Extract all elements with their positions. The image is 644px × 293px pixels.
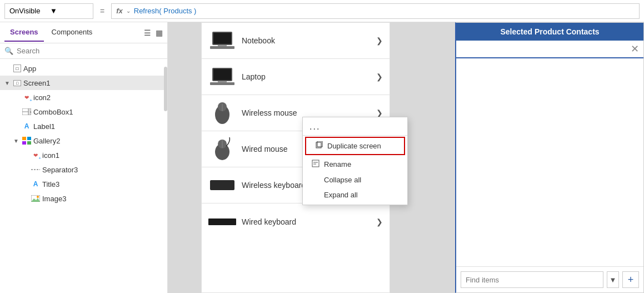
- tree-item-icon2[interactable]: ❤ + icon2: [0, 90, 167, 105]
- collapse-all-item[interactable]: Collapse all: [303, 172, 407, 187]
- expand-all-item[interactable]: Expand all: [303, 187, 407, 202]
- laptop-chevron-icon: ❯: [376, 72, 383, 81]
- sidebar-tab-icons: ☰ ▦: [144, 28, 163, 37]
- sidebar: Screens Components ☰ ▦ 🔍 □ App ▼ □ Scree…: [0, 22, 168, 293]
- svg-rect-5: [27, 137, 31, 140]
- app-label: App: [23, 64, 36, 73]
- label-icon: A: [22, 122, 31, 131]
- product-item-notebook[interactable]: Notebook ❯: [202, 23, 390, 59]
- rename-label: Rename: [324, 160, 351, 168]
- contacts-panel: Selected Product Contacts ✕ ▼ +: [455, 22, 644, 293]
- find-items-input[interactable]: [461, 271, 603, 288]
- collapse-all-label: Collapse all: [324, 176, 361, 184]
- notebook-name: Notebook: [242, 36, 371, 45]
- icon1-label: icon1: [42, 151, 59, 160]
- context-menu-divider-top: [303, 135, 407, 136]
- svg-rect-13: [213, 33, 231, 44]
- rename-icon: [312, 160, 319, 169]
- screen-icon: □: [13, 80, 21, 86]
- svg-rect-7: [27, 141, 31, 145]
- fx-chevron-icon: ⌄: [126, 8, 131, 14]
- laptop-name: Laptop: [242, 72, 371, 81]
- tree-item-title3[interactable]: A Title3: [0, 177, 167, 191]
- contacts-header: Selected Product Contacts: [456, 23, 643, 41]
- image3-label: Image3: [42, 195, 66, 203]
- svg-rect-4: [22, 137, 26, 140]
- svg-rect-14: [210, 46, 234, 49]
- notebook-chevron-icon: ❯: [376, 36, 383, 45]
- screen1-label: Screen1: [23, 79, 50, 87]
- app-icon: □: [13, 64, 21, 72]
- product-item-laptop[interactable]: Laptop ❯: [202, 59, 390, 95]
- image3-icon: [31, 194, 40, 203]
- top-bar: OnVisible ▼ = fx ⌄ Refresh( Products ): [0, 0, 644, 22]
- wired-keyboard-image: [208, 211, 236, 233]
- wireless-mouse-name: Wireless mouse: [242, 108, 371, 117]
- icon2-icon: ❤ +: [22, 93, 31, 102]
- formula-text: Refresh( Products ): [134, 7, 197, 15]
- tree-item-combobox1[interactable]: ▼ ComboBox1: [0, 105, 167, 119]
- svg-rect-6: [22, 141, 26, 145]
- search-bar: 🔍: [0, 43, 167, 59]
- separator3-label: Separator3: [42, 166, 78, 174]
- contacts-close-button[interactable]: ✕: [631, 43, 639, 55]
- tree-item-screen1[interactable]: ▼ □ Screen1: [0, 76, 167, 90]
- wired-keyboard-chevron-icon: ❯: [376, 217, 383, 226]
- tree-item-gallery2[interactable]: ▼ Gallery2: [0, 133, 167, 148]
- svg-rect-19: [218, 81, 227, 82]
- tree-item-app[interactable]: □ App: [0, 61, 167, 76]
- event-dropdown[interactable]: OnVisible ▼: [4, 3, 93, 19]
- sidebar-tabs: Screens Components ☰ ▦: [0, 22, 167, 43]
- tree-area: □ App ▼ □ Screen1 ❤ + icon2: [0, 59, 167, 293]
- context-menu-dots: ...: [303, 120, 407, 134]
- combobox1-label: ComboBox1: [33, 108, 73, 116]
- tree-item-icon1[interactable]: ❤ + icon1: [0, 148, 167, 162]
- svg-rect-28: [312, 160, 319, 167]
- tree-item-label1[interactable]: A Label1: [0, 119, 167, 133]
- screen1-expand-icon: ▼: [4, 80, 11, 86]
- context-menu: ... Duplicate screen: [302, 117, 408, 205]
- add-button[interactable]: +: [622, 271, 639, 288]
- duplicate-screen-label: Duplicate screen: [327, 142, 381, 150]
- wired-mouse-image: [208, 138, 236, 160]
- svg-rect-17: [213, 69, 231, 80]
- tree-item-image3[interactable]: Image3: [0, 191, 167, 206]
- canvas-area: Notebook ❯ Laptop ❯: [168, 22, 644, 293]
- contacts-close-row: ✕: [456, 41, 643, 58]
- gallery-icon: [22, 136, 31, 145]
- main-layout: Screens Components ☰ ▦ 🔍 □ App ▼ □ Scree…: [0, 22, 644, 293]
- expand-all-label: Expand all: [324, 191, 358, 199]
- search-icon: 🔍: [4, 47, 13, 55]
- gallery2-label: Gallery2: [33, 137, 60, 145]
- product-item-wired-keyboard[interactable]: Wired keyboard ❯: [202, 203, 390, 240]
- icon1-icon: ❤ +: [31, 151, 40, 160]
- wireless-mouse-image: [208, 102, 236, 124]
- svg-text:▼: ▼: [29, 111, 31, 114]
- search-input[interactable]: [17, 47, 163, 55]
- tab-components[interactable]: Components: [46, 23, 98, 42]
- list-view-icon[interactable]: ☰: [144, 28, 151, 37]
- notebook-image: [208, 29, 236, 52]
- wireless-mouse-chevron-icon: ❯: [376, 108, 383, 117]
- grid-view-icon[interactable]: ▦: [156, 28, 163, 37]
- formula-bar[interactable]: fx ⌄ Refresh( Products ): [111, 3, 640, 19]
- svg-rect-18: [210, 82, 234, 85]
- contacts-body: [456, 58, 643, 247]
- duplicate-screen-item[interactable]: Duplicate screen: [305, 137, 405, 155]
- equals-sign: =: [98, 7, 107, 16]
- icon2-label: icon2: [33, 93, 51, 102]
- separator-icon: [31, 165, 40, 174]
- rename-item[interactable]: Rename: [303, 156, 407, 172]
- label1-label: Label1: [33, 122, 55, 131]
- tab-screens[interactable]: Screens: [4, 23, 44, 42]
- find-items-dropdown[interactable]: ▼: [607, 271, 619, 288]
- tree-item-separator3[interactable]: Separator3: [0, 162, 167, 177]
- svg-marker-10: [31, 198, 40, 202]
- sidebar-scrollbar[interactable]: [164, 67, 167, 111]
- title3-icon: A: [31, 180, 40, 188]
- wired-keyboard-name: Wired keyboard: [242, 217, 371, 226]
- svg-point-11: [37, 196, 39, 198]
- gallery2-expand-icon: ▼: [13, 138, 20, 144]
- wireless-keyboard-image: [208, 174, 236, 196]
- duplicate-screen-icon: [315, 141, 323, 151]
